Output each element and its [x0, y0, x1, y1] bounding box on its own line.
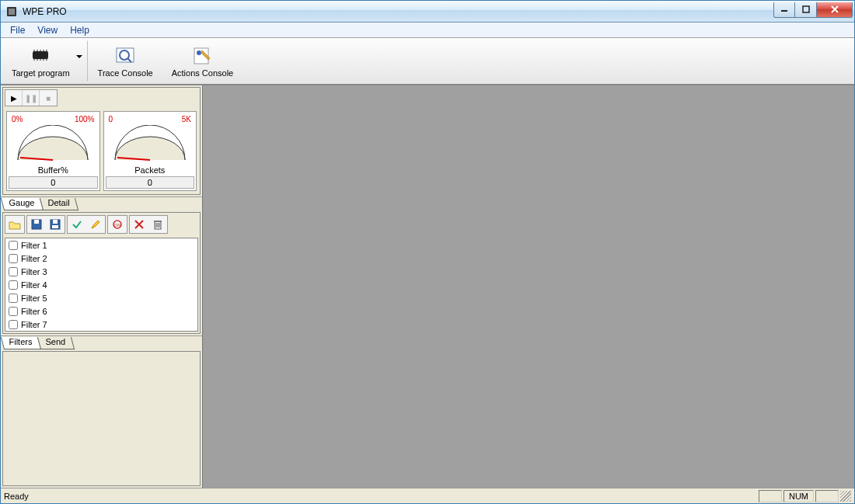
svg-rect-26 [52, 225, 58, 228]
trace-console-label: Trace Console [98, 68, 153, 78]
gauge-tabs: Gauge Detail [1, 196, 202, 210]
open-button[interactable] [5, 216, 24, 233]
gauge-packets: 0 5K Packets 0 [103, 111, 197, 191]
svg-rect-4 [33, 51, 48, 59]
actions-console-label: Actions Console [172, 68, 234, 78]
menubar: File View Help [1, 23, 854, 38]
tab-filters[interactable]: Filters [1, 337, 41, 349]
filter-row[interactable]: Filter 5 [5, 291, 197, 304]
status-ready: Ready [4, 492, 757, 501]
filter-checkbox[interactable] [9, 241, 18, 250]
filter-checkbox[interactable] [9, 294, 18, 303]
close-button[interactable] [817, 2, 853, 18]
trace-console-button[interactable]: Trace Console [89, 40, 162, 82]
minimize-button[interactable] [773, 2, 795, 18]
main-area [203, 85, 854, 488]
bottom-panel [2, 351, 201, 486]
gauge-buffer-label: Buffer% [38, 165, 68, 175]
svg-rect-3 [803, 6, 809, 12]
filter-checkbox[interactable] [9, 320, 18, 329]
play-button[interactable]: ▶ [5, 90, 23, 106]
gauge-packets-label: Packets [134, 165, 165, 175]
menu-view[interactable]: View [31, 23, 64, 37]
gauge-packets-value: 0 [106, 176, 195, 189]
playback-controls: ▶ ❚❚ ■ [3, 88, 200, 108]
gauge-buffer-value: 0 [9, 176, 98, 189]
stop-button[interactable]: ■ [40, 90, 57, 106]
window-title: WPE PRO [23, 6, 67, 17]
gauge-panel: ▶ ❚❚ ■ 0% 100% Buffer% [2, 87, 201, 195]
filter-row[interactable]: Filter 1 [5, 238, 197, 252]
filter-checkbox[interactable] [9, 307, 18, 316]
gauges-row: 0% 100% Buffer% 0 0 5K [3, 108, 200, 194]
filter-toolbar: ON [3, 213, 200, 236]
filter-list[interactable]: Filter 1 Filter 2 Filter 3 Filter 4 Filt… [5, 238, 198, 332]
dropdown-icon [76, 55, 82, 61]
tab-send[interactable]: Send [37, 337, 75, 349]
filter-row[interactable]: Filter 3 [5, 265, 197, 278]
filter-checkbox[interactable] [9, 280, 18, 290]
target-program-button[interactable]: Target program [3, 40, 88, 82]
filter-row[interactable]: Filter 7 [5, 318, 197, 331]
save-button[interactable] [27, 216, 46, 233]
gauge-buffer-max: 100% [75, 115, 95, 123]
edit-button[interactable] [86, 216, 105, 233]
svg-rect-1 [9, 9, 15, 15]
app-icon [5, 5, 18, 18]
filter-row[interactable]: Filter 2 [5, 252, 197, 265]
window-controls [773, 2, 853, 18]
filter-checkbox[interactable] [9, 267, 18, 276]
gauge-packets-max: 5K [182, 115, 191, 123]
maximize-button[interactable] [795, 2, 817, 18]
svg-rect-23 [34, 220, 39, 224]
gauge-buffer: 0% 100% Buffer% 0 [6, 111, 100, 191]
app-window: WPE PRO File View Help Target program Tr… [0, 0, 855, 504]
tab-gauge[interactable]: Gauge [1, 198, 44, 210]
status-num: NUM [783, 490, 814, 502]
on-button[interactable]: ON [108, 216, 127, 233]
tab-detail[interactable]: Detail [40, 198, 79, 210]
svg-rect-2 [781, 10, 787, 12]
body: ▶ ❚❚ ■ 0% 100% Buffer% [1, 85, 854, 488]
svg-text:ON: ON [114, 223, 121, 228]
status-cell-empty2 [815, 490, 839, 502]
save-as-button[interactable] [46, 216, 65, 233]
edit-doc-icon [190, 45, 215, 67]
resize-grip-icon[interactable] [840, 491, 851, 502]
chip-icon [28, 45, 53, 67]
filter-row[interactable]: Filter 6 [5, 304, 197, 318]
gauge-buffer-dial [14, 125, 92, 164]
magnifier-icon [113, 45, 138, 67]
filter-checkbox[interactable] [9, 254, 18, 263]
svg-rect-25 [53, 220, 58, 224]
statusbar: Ready NUM [1, 488, 854, 503]
delete-button[interactable] [130, 216, 148, 233]
filters-panel: ON Filter 1 Filter 2 Filter 3 Filter 4 F… [2, 212, 201, 334]
status-cell-empty1 [759, 490, 782, 502]
check-button[interactable] [68, 216, 86, 233]
menu-file[interactable]: File [4, 23, 31, 37]
svg-point-19 [197, 50, 201, 55]
gauge-packets-dial [111, 125, 189, 164]
trash-button[interactable] [148, 216, 167, 233]
filter-tabs: Filters Send [1, 335, 202, 349]
titlebar: WPE PRO [1, 1, 854, 23]
pause-button[interactable]: ❚❚ [23, 90, 40, 106]
gauge-packets-min: 0 [109, 115, 113, 123]
main-toolbar: Target program Trace Console Actions Con… [1, 38, 854, 85]
filter-row[interactable]: Filter 4 [5, 278, 197, 291]
left-panel: ▶ ❚❚ ■ 0% 100% Buffer% [1, 85, 203, 488]
gauge-buffer-min: 0% [12, 115, 23, 123]
actions-console-button[interactable]: Actions Console [163, 40, 243, 82]
menu-help[interactable]: Help [64, 23, 96, 37]
target-program-label: Target program [12, 68, 70, 78]
